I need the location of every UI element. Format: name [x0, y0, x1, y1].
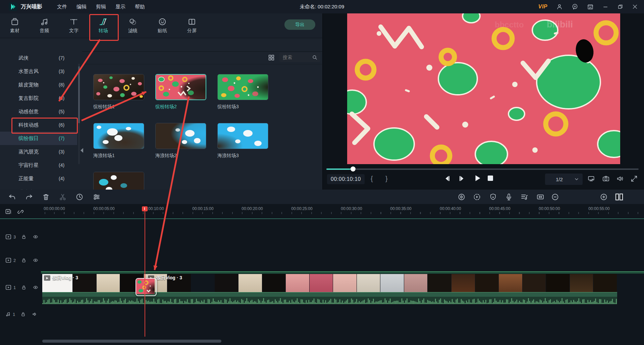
menu-clip[interactable]: 剪辑 — [91, 4, 111, 10]
audio-track-1-header: 1 — [5, 312, 38, 317]
add-to-track-icon[interactable] — [5, 208, 12, 215]
delete-icon[interactable] — [41, 192, 51, 202]
category-planets[interactable]: 宇宙行星(4) — [0, 158, 77, 172]
video-track-2-header: 2 — [5, 258, 39, 263]
mark-out-button[interactable]: } — [385, 175, 388, 183]
lock-icon[interactable] — [20, 312, 26, 317]
store-icon[interactable] — [587, 3, 594, 10]
category-ink[interactable]: 水墨古风(3) — [0, 65, 77, 78]
mark-in-button[interactable]: { — [371, 175, 373, 183]
seek-bar[interactable] — [326, 168, 639, 170]
ruler-tick-label: 00:00:05:00 — [93, 206, 114, 211]
clip-link-line — [41, 271, 644, 274]
tab-transition[interactable]: 转场 — [89, 13, 118, 38]
category-scrollbar[interactable] — [78, 64, 80, 164]
vip-button[interactable]: VIP — [538, 4, 547, 10]
voiceover-mic-icon[interactable] — [504, 192, 514, 202]
search-input[interactable] — [279, 54, 312, 60]
menu-help[interactable]: 帮助 — [130, 4, 150, 10]
clip-1-label: 假日vlog · 3 — [52, 275, 78, 281]
transition-card-hailang1[interactable] — [93, 123, 144, 149]
tab-sticker[interactable]: 贴纸 — [148, 13, 177, 38]
feedback-icon[interactable] — [572, 3, 578, 10]
timeline-ruler[interactable]: 00:00:00:00 00:00:05:00 00:00:10:00 00:0… — [41, 206, 644, 214]
zoom-out-icon[interactable] — [550, 192, 560, 202]
fit-timeline-icon[interactable] — [536, 192, 545, 202]
clip-2-label: 假日vlog · 3 — [156, 275, 182, 281]
tab-label: 音频 — [40, 28, 49, 34]
undo-icon[interactable] — [7, 192, 17, 202]
menu-view[interactable]: 显示 — [111, 4, 130, 10]
search-icon[interactable] — [312, 55, 320, 60]
export-button[interactable]: 导出 — [284, 19, 315, 30]
category-steampunk[interactable]: 蒸汽朋克(3) — [0, 145, 77, 158]
eye-icon[interactable] — [33, 285, 39, 290]
applied-transition-clip[interactable] — [136, 278, 157, 296]
next-frame-button[interactable] — [458, 175, 466, 182]
tab-splitscreen[interactable]: 分屏 — [177, 13, 207, 38]
transition-card-binfen1[interactable] — [93, 74, 144, 100]
transition-label: 缤纷转场1 — [93, 104, 115, 110]
video-clip-filmstrip[interactable] — [42, 274, 617, 292]
link-clips-icon[interactable] — [17, 208, 24, 215]
grid-view-icon[interactable] — [268, 54, 275, 61]
category-tech[interactable]: 科技动感(6) — [0, 118, 77, 132]
eye-icon[interactable] — [33, 234, 39, 239]
lock-icon[interactable] — [21, 285, 26, 290]
account-icon[interactable] — [556, 3, 563, 10]
category-wuxia[interactable]: 武侠(7) — [0, 51, 77, 65]
timeline-toolbar: VIP — [0, 190, 644, 204]
menu-file[interactable]: 文件 — [52, 4, 72, 10]
ruler-divider-line — [0, 218, 644, 219]
screen-record-icon[interactable] — [472, 192, 482, 202]
category-retro-cinema[interactable]: 复古影院(2) — [0, 91, 77, 105]
redo-icon[interactable] — [24, 192, 34, 202]
split-scissors-icon[interactable] — [58, 192, 67, 202]
lock-icon[interactable] — [21, 258, 26, 263]
transition-card-hailang2[interactable] — [155, 123, 206, 149]
close-button[interactable] — [632, 4, 638, 10]
video-track-1-header: 1 — [5, 285, 39, 290]
transition-card-binfen2[interactable] — [155, 74, 206, 100]
previous-frame-button[interactable] — [443, 175, 451, 182]
speed-clock-icon[interactable] — [75, 192, 84, 202]
category-positive[interactable]: 正能量(4) — [0, 172, 77, 185]
tab-filter[interactable]: 滤镜 — [118, 13, 148, 38]
playhead-handle[interactable] — [142, 206, 148, 211]
ruler-tick-label: 00:00:20:00 — [241, 206, 263, 211]
timeline-horizontal-scrollbar[interactable] — [42, 340, 221, 343]
minimize-button[interactable] — [602, 4, 608, 10]
eye-icon[interactable] — [33, 258, 39, 263]
ruler-tick-label: 00:00:25:00 — [291, 206, 312, 211]
transition-card-binfen3[interactable] — [217, 74, 268, 100]
category-colorful-holiday[interactable]: 缤纷假日(7) — [0, 132, 77, 145]
tab-audio[interactable]: 音频 — [30, 13, 59, 38]
play-button[interactable] — [473, 174, 482, 183]
panel-layout-icon[interactable] — [614, 192, 624, 202]
fullscreen-icon[interactable] — [630, 175, 638, 183]
panel-collapse-icon[interactable] — [80, 148, 83, 153]
adjust-sliders-icon[interactable] — [92, 192, 101, 202]
marker-shield-icon[interactable] — [488, 192, 498, 202]
menu-edit[interactable]: 编辑 — [72, 4, 91, 10]
zoom-in-icon[interactable] — [599, 192, 608, 202]
asset-tab-bar: 素材 音频 文字 转场 滤镜 贴纸 — [0, 13, 322, 38]
detach-monitor-icon[interactable] — [587, 175, 595, 183]
stop-button[interactable] — [488, 176, 493, 181]
preview-zoom-select[interactable]: 1/2 — [545, 174, 583, 185]
tab-text[interactable]: 文字 — [59, 13, 89, 38]
restore-button[interactable] — [617, 4, 623, 10]
tab-media[interactable]: 素材 — [0, 13, 30, 38]
snapshot-camera-icon[interactable] — [602, 175, 610, 183]
category-dynamic-creative[interactable]: 动感创意(5) — [0, 105, 77, 118]
seek-handle[interactable] — [351, 166, 356, 171]
audio-mixer-icon[interactable] — [520, 192, 529, 202]
lock-icon[interactable] — [21, 234, 26, 239]
category-scrollbar-thumb[interactable] — [78, 66, 80, 123]
volume-icon[interactable] — [616, 175, 624, 183]
playback-timecode: 00:00:10:10 — [327, 174, 365, 184]
denoise-icon[interactable] — [457, 192, 466, 202]
transition-card-hailang3[interactable] — [217, 123, 268, 149]
category-hippie-pets[interactable]: 嬉皮宠物(8) — [0, 78, 77, 91]
speaker-icon[interactable] — [32, 312, 38, 317]
